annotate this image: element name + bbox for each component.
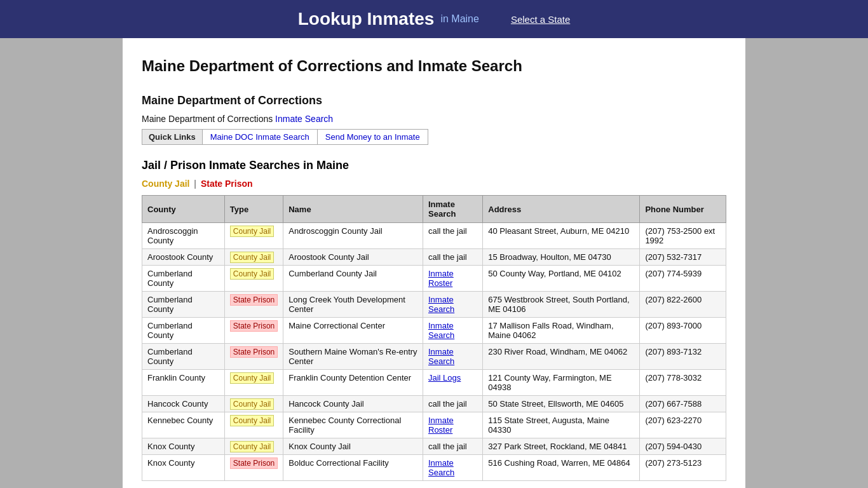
inmate-search-link[interactable]: Inmate Search: [428, 295, 454, 314]
cell-phone: (207) 778-3032: [640, 370, 726, 396]
cell-county: Cumberland County: [142, 344, 225, 370]
quick-links-label: Quick Links: [142, 130, 203, 144]
ql-link-1[interactable]: Maine DOC Inmate Search: [203, 130, 318, 144]
cell-inmate-search[interactable]: Inmate Search: [423, 318, 483, 344]
col-name: Name: [283, 196, 423, 223]
cell-phone: (207) 623-2270: [640, 412, 726, 438]
inmate-search-link[interactable]: Inmate Roster: [428, 269, 454, 288]
cell-type: County Jail: [224, 249, 283, 266]
cell-inmate-search: call the jail: [423, 223, 483, 249]
cell-address: 230 River Road, Windham, ME 04062: [483, 344, 640, 370]
inmate-search-link[interactable]: Inmate Search: [428, 347, 454, 366]
table-row: Cumberland CountyState PrisonMaine Corre…: [142, 318, 726, 344]
cell-phone: (207) 753-2500 ext 1992: [640, 223, 726, 249]
filter-county-jail-link[interactable]: County Jail: [142, 179, 189, 189]
col-inmate-search: Inmate Search: [423, 196, 483, 223]
table-row: Knox CountyCounty JailKnox County Jailca…: [142, 438, 726, 455]
inmate-search-link[interactable]: Inmate Search: [428, 458, 454, 477]
cell-facility-name: Knox County Jail: [283, 438, 423, 455]
doc-inmate-search-link[interactable]: Inmate Search: [275, 114, 333, 124]
cell-county: Kennebec County: [142, 412, 225, 438]
type-badge: County Jail: [230, 372, 274, 384]
filter-bar: County Jail | State Prison: [142, 179, 726, 189]
cell-address: 516 Cushing Road, Warren, ME 04864: [483, 455, 640, 481]
table-row: Franklin CountyCounty JailFranklin Count…: [142, 370, 726, 396]
cell-facility-name: Long Creek Youth Development Center: [283, 292, 423, 318]
type-badge: County Jail: [230, 226, 274, 237]
cell-inmate-search[interactable]: Inmate Search: [423, 344, 483, 370]
cell-phone: (207) 532-7317: [640, 249, 726, 266]
cell-facility-name: Aroostook County Jail: [283, 249, 423, 266]
cell-address: 675 Westbrook Street, South Portland, ME…: [483, 292, 640, 318]
table-row: Hancock CountyCounty JailHancock County …: [142, 396, 726, 412]
type-badge: County Jail: [230, 415, 274, 426]
cell-county: Aroostook County: [142, 249, 225, 266]
doc-text: Maine Department of Corrections Inmate S…: [142, 114, 726, 124]
cell-facility-name: Bolduc Correctional Facility: [283, 455, 423, 481]
table-row: Aroostook CountyCounty JailAroostook Cou…: [142, 249, 726, 266]
inmate-search-link[interactable]: Inmate Roster: [428, 416, 454, 435]
type-badge: County Jail: [230, 252, 274, 263]
doc-text-prefix: Maine Department of Corrections: [142, 114, 275, 124]
cell-inmate-search[interactable]: Inmate Roster: [423, 412, 483, 438]
cell-inmate-search[interactable]: Inmate Search: [423, 455, 483, 481]
cell-type: State Prison: [224, 318, 283, 344]
filter-state-prison-link[interactable]: State Prison: [201, 179, 253, 189]
cell-county: Cumberland County: [142, 292, 225, 318]
col-address: Address: [483, 196, 640, 223]
cell-address: 50 State Street, Ellsworth, ME 04605: [483, 396, 640, 412]
cell-address: 115 State Street, Augusta, Maine 04330: [483, 412, 640, 438]
cell-phone: (207) 893-7000: [640, 318, 726, 344]
inmate-search-link[interactable]: Jail Logs: [428, 373, 461, 383]
cell-inmate-search: call the jail: [423, 396, 483, 412]
cell-address: 121 County Way, Farmington, ME 04938: [483, 370, 640, 396]
table-row: Cumberland CountyCounty JailCumberland C…: [142, 266, 726, 292]
cell-phone: (207) 667-7588: [640, 396, 726, 412]
type-badge: County Jail: [230, 398, 274, 410]
jail-section-title: Jail / Prison Inmate Searches in Maine: [142, 159, 726, 172]
type-badge: State Prison: [230, 320, 278, 332]
cell-facility-name: Kennebec County Correctional Facility: [283, 412, 423, 438]
cell-inmate-search[interactable]: Inmate Roster: [423, 266, 483, 292]
cell-county: Knox County: [142, 438, 225, 455]
cell-type: State Prison: [224, 344, 283, 370]
section1-title: Maine Department of Corrections: [142, 94, 726, 107]
cell-type: County Jail: [224, 266, 283, 292]
cell-facility-name: Southern Maine Woman's Re-entry Center: [283, 344, 423, 370]
type-badge: County Jail: [230, 441, 274, 452]
cell-inmate-search: call the jail: [423, 249, 483, 266]
header-title: Lookup Inmates: [298, 9, 435, 29]
cell-address: 40 Pleasant Street, Auburn, ME 04210: [483, 223, 640, 249]
ql-link-2[interactable]: Send Money to an Inmate: [318, 130, 428, 144]
cell-county: Hancock County: [142, 396, 225, 412]
cell-type: County Jail: [224, 370, 283, 396]
cell-type: State Prison: [224, 455, 283, 481]
cell-type: State Prison: [224, 292, 283, 318]
page-title: Maine Department of Corrections and Inma…: [142, 57, 726, 75]
cell-county: Cumberland County: [142, 266, 225, 292]
filter-separator: |: [194, 179, 196, 189]
cell-type: County Jail: [224, 396, 283, 412]
table-row: Kennebec CountyCounty JailKennebec Count…: [142, 412, 726, 438]
table-row: Androscoggin CountyCounty JailAndroscogg…: [142, 223, 726, 249]
cell-county: Cumberland County: [142, 318, 225, 344]
cell-inmate-search[interactable]: Inmate Search: [423, 292, 483, 318]
cell-type: County Jail: [224, 223, 283, 249]
col-phone: Phone Number: [640, 196, 726, 223]
cell-phone: (207) 774-5939: [640, 266, 726, 292]
cell-facility-name: Maine Correctional Center: [283, 318, 423, 344]
cell-facility-name: Cumberland County Jail: [283, 266, 423, 292]
type-badge: County Jail: [230, 268, 274, 280]
cell-county: Knox County: [142, 455, 225, 481]
type-badge: State Prison: [230, 294, 278, 306]
main-content: Maine Department of Corrections and Inma…: [123, 38, 745, 488]
type-badge: State Prison: [230, 346, 278, 358]
select-state-link[interactable]: Select a State: [511, 14, 570, 25]
cell-inmate-search: call the jail: [423, 438, 483, 455]
site-header: Lookup Inmates in Maine Select a State: [0, 0, 868, 38]
table-row: Knox CountyState PrisonBolduc Correction…: [142, 455, 726, 481]
inmate-search-link[interactable]: Inmate Search: [428, 321, 454, 340]
table-row: Cumberland CountyState PrisonLong Creek …: [142, 292, 726, 318]
cell-county: Androscoggin County: [142, 223, 225, 249]
cell-inmate-search[interactable]: Jail Logs: [423, 370, 483, 396]
